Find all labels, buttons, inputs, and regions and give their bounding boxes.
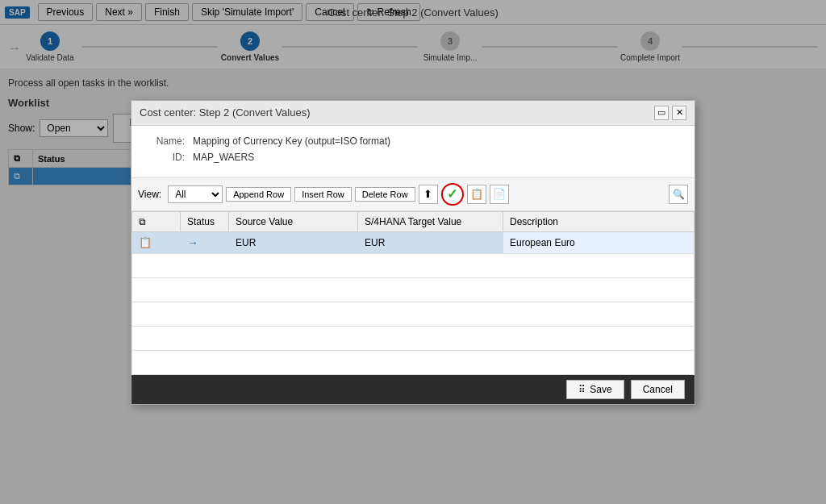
th-description: Description — [503, 211, 695, 231]
view-label: View: — [138, 189, 161, 200]
row-desc-cell: European Euro — [503, 231, 695, 253]
append-row-button[interactable]: Append Row — [226, 187, 291, 202]
empty-row-2 — [132, 277, 695, 302]
copy-all-icon: ⧉ — [139, 216, 146, 227]
import-icon-button[interactable]: 📋 — [467, 185, 486, 204]
th-target: S/4HANA Target Value — [358, 211, 503, 231]
name-label: Name: — [144, 135, 185, 147]
empty-row-4 — [132, 326, 695, 350]
search-icon: 🔍 — [673, 189, 685, 200]
data-table: ⧉ Status Source Value S/4HANA Target Val… — [131, 211, 695, 375]
modal: Cost center: Step 2 (Convert Values) ▭ ✕… — [131, 100, 695, 405]
insert-row-button[interactable]: Insert Row — [294, 187, 352, 202]
modal-controls: ▭ ✕ — [654, 106, 686, 120]
validate-button[interactable]: ✓ — [441, 183, 464, 206]
save-button[interactable]: ⠿ Save — [566, 380, 624, 399]
search-button[interactable]: 🔍 — [669, 185, 688, 204]
name-value: Mapping of Currency Key (output=ISO form… — [193, 135, 390, 147]
data-row[interactable]: 📋 → EUR EUR European Euro — [132, 231, 695, 253]
modal-body: Name: Mapping of Currency Key (output=IS… — [131, 126, 695, 177]
row-status-cell: → — [181, 231, 229, 253]
export-icon-button[interactable]: ⬆ — [419, 185, 438, 204]
empty-row-5 — [132, 350, 695, 374]
th-status: Status — [181, 211, 229, 231]
row-target-cell: EUR — [358, 231, 503, 253]
footer-cancel-button[interactable]: Cancel — [631, 380, 685, 399]
save-label: Save — [590, 384, 611, 395]
table-toolbar: View: All Open Closed Append Row Insert … — [131, 177, 695, 211]
data-table-container: ⧉ Status Source Value S/4HANA Target Val… — [131, 211, 695, 375]
template-icon: 📄 — [493, 188, 506, 200]
modal-minimize-button[interactable]: ▭ — [654, 106, 669, 120]
id-row: ID: MAP_WAERS — [144, 152, 682, 163]
modal-title: Cost center: Step 2 (Convert Values) — [140, 106, 310, 119]
export-icon: ⬆ — [423, 188, 432, 200]
name-row: Name: Mapping of Currency Key (output=IS… — [144, 135, 682, 147]
modal-close-button[interactable]: ✕ — [672, 106, 686, 120]
th-source: Source Value — [229, 211, 358, 231]
view-select[interactable]: All Open Closed — [168, 185, 223, 203]
import-icon: 📋 — [470, 188, 483, 200]
empty-row-1 — [132, 253, 695, 277]
empty-row-3 — [132, 302, 695, 326]
save-dots-icon: ⠿ — [578, 384, 586, 395]
modal-overlay: Cost center: Step 2 (Convert Values) ▭ ✕… — [0, 0, 826, 504]
delete-row-button[interactable]: Delete Row — [355, 187, 415, 202]
modal-footer: ⠿ Save Cancel — [131, 375, 695, 404]
template-icon-button[interactable]: 📄 — [490, 185, 509, 204]
id-label: ID: — [144, 152, 185, 163]
checkmark-icon: ✓ — [447, 186, 457, 202]
row-copy-cell: 📋 — [132, 231, 181, 253]
row-source-cell: EUR — [229, 231, 358, 253]
th-copy: ⧉ — [132, 211, 181, 231]
id-value: MAP_WAERS — [193, 152, 254, 163]
row-copy-icon: 📋 — [139, 236, 152, 248]
row-status-icon: → — [187, 236, 198, 249]
modal-header: Cost center: Step 2 (Convert Values) ▭ ✕ — [131, 101, 695, 126]
